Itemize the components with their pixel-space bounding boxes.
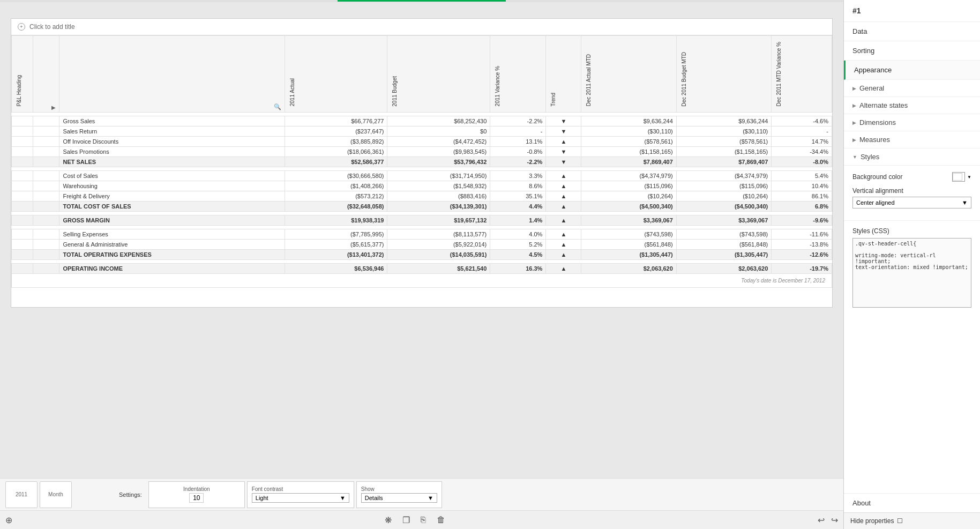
row-val: ($3,885,892) [285,137,387,147]
add-icon[interactable]: ⊕ [5,515,12,525]
css-label: Styles (CSS) [852,227,971,235]
row-dec-variance: -9.6% [772,215,832,226]
row-label: Sales Promotions [59,147,285,157]
panel-section-alternate-states[interactable]: ▶ Alternate states [844,97,980,114]
loading-indicator [338,0,506,2]
row-expand [33,250,59,260]
row-dec-variance: 6.8% [772,202,832,212]
row-val: ($7,785,995) [285,229,387,240]
row-val: ($5,922,014) [387,240,490,250]
main-area: + Click to add title P&L Heading ▶ 🔍 [0,0,843,529]
year-filter[interactable]: 2011 [5,481,38,508]
row-pl-heading [12,264,33,274]
panel-section-measures[interactable]: ▶ Measures [844,131,980,148]
row-trend: ▲ [546,181,581,191]
row-trend: ▲ [546,202,581,212]
panel-item-sorting[interactable]: Sorting [844,41,980,61]
spacer-row [12,226,832,229]
pl-heading-label: P&L Heading [15,71,23,111]
col-2011-budget-label: 2011 Budget [391,72,399,111]
table-row-total: GROSS MARGIN $19,938,319 $19,657,132 1.4… [12,215,832,226]
chevron-right-icon: ▶ [852,86,856,91]
row-pl-heading [12,202,33,212]
row-dec-budget: ($115,096) [676,181,772,191]
row-val: $0 [387,126,490,137]
row-dec-actual: ($4,500,340) [581,202,677,212]
date-footer: Today's date is December 17, 2012 [15,275,828,286]
row-dec-budget: $2,063,620 [676,264,772,274]
chevron-down-icon: ▼ [852,154,857,160]
font-contrast-value: Light [256,495,268,501]
undo-redo-group: ↩ ↪ [818,515,838,525]
hide-properties-button[interactable]: Hide properties ☐ [844,512,980,529]
color-picker-button[interactable] [952,172,965,182]
row-dec-actual: $2,063,620 [581,264,677,274]
section-measures-label: Measures [859,136,890,144]
title-text: Click to add title [29,23,75,31]
row-dec-variance: - [772,126,832,137]
duplicate-icon[interactable]: ❐ [402,515,410,525]
row-label: Sales Return [59,126,285,137]
font-contrast-box: Font contrast Light ▼ [247,481,354,508]
paste-icon[interactable]: ⎘ [421,515,426,525]
va-arrow: ▼ [962,199,968,206]
bg-color-row: Background color ▼ [852,172,971,182]
row-val: $6,536,946 [285,264,387,274]
row-variance: 3.3% [490,171,546,181]
row-pl-heading [12,181,33,191]
row-val: ($32,648,058) [285,202,387,212]
month-filter[interactable]: Month [40,481,72,508]
table-container: + Click to add title P&L Heading ▶ 🔍 [11,18,833,308]
vertical-align-select[interactable]: Center aligned ▼ [852,197,971,208]
title-icon: + [18,23,25,31]
font-contrast-select[interactable]: Light ▼ [252,493,349,503]
right-panel: #1 Data Sorting Appearance ▶ General ▶ A… [843,0,980,529]
table-row-total: OPERATING INCOME $6,536,946 $5,621,540 1… [12,264,832,274]
search-col[interactable]: 🔍 [59,36,285,113]
show-select[interactable]: Details ▼ [361,493,437,503]
table-row: Warehousing ($1,408,266) ($1,548,932) 8.… [12,181,832,191]
row-label-gross-margin: GROSS MARGIN [59,215,285,226]
col-variance: 2011 Variance % [490,36,546,113]
panel-item-appearance[interactable]: Appearance [844,61,980,80]
row-val: ($1,548,932) [387,181,490,191]
row-variance: 16.3% [490,264,546,274]
chevron-right-icon: ▶ [852,120,856,125]
css-textarea[interactable]: .qv-st-header-cell{ writing-mode: vertic… [852,238,971,308]
row-label-operating-income: OPERATING INCOME [59,264,285,274]
row-pl-heading [12,171,33,181]
bottom-toolbar: 2011 Month Settings: Indentation 10 Font… [0,478,843,510]
search-icon[interactable]: 🔍 [274,103,281,110]
row-variance: 1.4% [490,215,546,226]
bg-color-label: Background color [852,173,902,181]
row-label-net-sales: NET SALES [59,157,285,167]
panel-item-data[interactable]: Data [844,22,980,41]
row-variance: -2.2% [490,116,546,126]
redo-icon[interactable]: ↪ [831,515,838,525]
row-dec-budget: ($10,264) [676,191,772,202]
row-trend: ▲ [546,137,581,147]
snap-icon[interactable]: ❋ [385,515,392,525]
font-contrast-label: Font contrast [252,486,349,492]
color-picker-arrow[interactable]: ▼ [967,175,971,180]
undo-icon[interactable]: ↩ [818,515,825,525]
panel-section-general[interactable]: ▶ General [844,80,980,97]
col-variance-label: 2011 Variance % [493,62,502,110]
table-row: Gross Sales $66,776,277 $68,252,430 -2.2… [12,116,832,126]
row-val: $19,938,319 [285,215,387,226]
panel-item-appearance-label: Appearance [854,66,892,74]
panel-section-styles[interactable]: ▼ Styles [844,148,980,166]
about-item[interactable]: About [844,493,980,512]
row-val: ($4,472,452) [387,137,490,147]
panel-section-dimensions[interactable]: ▶ Dimensions [844,114,980,131]
table-title[interactable]: + Click to add title [11,19,832,35]
row-variance: - [490,126,546,137]
expand-col[interactable]: ▶ [33,36,59,113]
spacer-row [12,113,832,116]
row-label: Warehousing [59,181,285,191]
row-pl-heading [12,157,33,167]
indentation-box: Indentation 10 [148,481,245,508]
indentation-value[interactable]: 10 [189,493,204,503]
delete-icon[interactable]: 🗑 [437,515,445,525]
pivot-table: P&L Heading ▶ 🔍 2011 Actual 2011 Budget [11,35,832,288]
